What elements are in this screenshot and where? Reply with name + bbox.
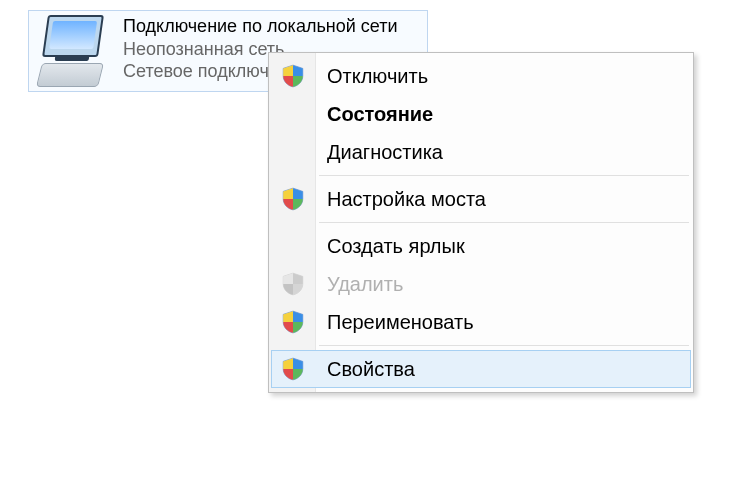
uac-shield-icon: [280, 309, 306, 335]
context-menu-item-label: Свойства: [327, 358, 415, 381]
context-menu-item[interactable]: Свойства: [271, 350, 691, 388]
context-menu-item-label: Переименовать: [327, 311, 474, 334]
network-connection-title: Подключение по локальной сети: [123, 15, 419, 38]
context-menu-item[interactable]: Настройка моста: [271, 180, 691, 218]
context-menu-item-label: Удалить: [327, 273, 403, 296]
context-menu-item-label: Создать ярлык: [327, 235, 465, 258]
context-menu-separator: [319, 175, 689, 176]
network-connection-icon: [37, 15, 119, 87]
context-menu-separator: [319, 345, 689, 346]
context-menu-item-label: Настройка моста: [327, 188, 486, 211]
context-menu-item[interactable]: Создать ярлык: [271, 227, 691, 265]
context-menu: ОтключитьСостояниеДиагностика Настройка …: [268, 52, 694, 393]
uac-shield-icon: [280, 356, 306, 382]
context-menu-item-label: Диагностика: [327, 141, 443, 164]
context-menu-item[interactable]: Переименовать: [271, 303, 691, 341]
context-menu-item-label: Отключить: [327, 65, 428, 88]
context-menu-item[interactable]: Состояние: [271, 95, 691, 133]
uac-shield-icon: [280, 186, 306, 212]
context-menu-item: Удалить: [271, 265, 691, 303]
context-menu-item[interactable]: Отключить: [271, 57, 691, 95]
uac-shield-icon: [280, 63, 306, 89]
context-menu-item-label: Состояние: [327, 103, 433, 126]
context-menu-item[interactable]: Диагностика: [271, 133, 691, 171]
uac-shield-icon: [280, 271, 306, 297]
context-menu-separator: [319, 222, 689, 223]
